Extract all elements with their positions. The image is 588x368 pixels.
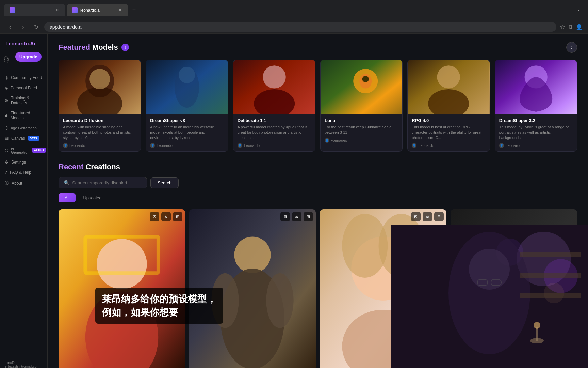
finetuned-icon: ◆	[5, 113, 8, 118]
featured-rest: Models	[90, 43, 118, 51]
search-input[interactable]	[72, 180, 142, 185]
filter-upscaled-button[interactable]: Upscaled	[77, 193, 108, 202]
subtitle-overlay: 莱昂纳多给你的预设模型， 例如，如果你想要	[95, 288, 223, 324]
tab-close-icon[interactable]: ✕	[54, 7, 60, 13]
sidebar-item-texture[interactable]: ◎ re Generation ALPHA	[0, 143, 47, 157]
svg-rect-52	[520, 293, 581, 298]
tab-inactive[interactable]: ✕	[4, 4, 65, 16]
profile-icon[interactable]: 👤	[576, 24, 583, 30]
beta-badge: BETA	[28, 136, 39, 141]
svg-point-47	[469, 249, 510, 290]
creation-action-2a[interactable]: ⊠	[280, 212, 290, 221]
author-icon: 👤	[325, 138, 329, 143]
sidebar-item-community[interactable]: ◎ Community Feed	[0, 73, 47, 83]
info-icon[interactable]: ⓘ	[4, 56, 9, 63]
subtitle-line2: 例如，如果你想要	[102, 306, 216, 319]
creation-action-3b[interactable]: ≋	[423, 212, 432, 221]
alpha-badge: ALPHA	[32, 148, 46, 153]
featured-accent: Featured	[59, 43, 90, 51]
tab-active[interactable]: leonardo.ai ✕	[67, 4, 128, 16]
model-card-deliberate[interactable]: Deliberate 1.1 A powerful model created …	[233, 60, 315, 152]
webcam-overlay	[391, 225, 588, 368]
texture-icon: ◎	[5, 148, 8, 153]
personal-icon: ◈	[5, 86, 8, 90]
nav-refresh-button[interactable]: ↻	[31, 22, 41, 32]
svg-point-8	[263, 65, 285, 88]
filter-all-button[interactable]: All	[59, 193, 76, 202]
featured-info-dot[interactable]: !	[121, 44, 129, 51]
about-icon: ⓘ	[5, 180, 9, 186]
models-grid: Leonardo Diffusion A model with incredib…	[59, 60, 577, 152]
model-desc: A model with incredible shading and cont…	[63, 125, 136, 140]
author-icon: 👤	[238, 143, 242, 148]
model-image-dreamshaper	[146, 60, 228, 114]
sidebar: Leonardo.Ai ⓘ Upgrade ◎ Community Feed ◈…	[0, 34, 48, 368]
model-desc: A powerful model created by XpucT that i…	[238, 125, 311, 140]
featured-title: Featured Models	[59, 43, 118, 52]
model-card-rpg[interactable]: RPG 4.0 This model is best at creating R…	[407, 60, 490, 152]
address-bar[interactable]: app.leonardo.ai	[44, 22, 556, 32]
author-name: Leonardo	[244, 143, 260, 148]
model-info-deliberate: Deliberate 1.1 A powerful model created …	[233, 114, 315, 151]
upgrade-button[interactable]: Upgrade	[15, 52, 42, 62]
tab-label-active: leonardo.ai	[80, 8, 114, 13]
model-card-dreamshaper32[interactable]: DreamShaper 3.2 This model by Lykon is g…	[495, 60, 577, 152]
upgrade-section: ⓘ Upgrade	[0, 52, 47, 71]
svg-point-6	[179, 67, 195, 83]
author-name: voimages	[331, 138, 347, 142]
sidebar-item-about[interactable]: ⓘ About	[0, 178, 47, 189]
model-card-dreamshaper[interactable]: DreamShaper v8 A new update to an incred…	[146, 60, 228, 152]
creation-action-2c[interactable]: ⊞	[304, 212, 313, 221]
sidebar-item-canvas[interactable]: ▦ Canvas BETA	[0, 133, 47, 143]
sidebar-item-training[interactable]: ⊕ Training & Datasets	[0, 93, 47, 108]
add-tab-button[interactable]: +	[129, 5, 139, 15]
creation-action-3a[interactable]: ⊠	[411, 212, 421, 221]
creation-action-1a[interactable]: ⊠	[150, 212, 159, 221]
address-text: app.leonardo.ai	[50, 24, 83, 30]
creation-overlay-2: ⊠ ≋ ⊞	[280, 212, 313, 221]
username: tonxD	[5, 361, 43, 365]
model-image-deliberate	[233, 60, 315, 114]
sidebar-items: ◎ Community Feed ◈ Personal Feed ⊕ Train…	[0, 71, 47, 190]
svg-rect-54	[536, 327, 538, 341]
model-card-luna[interactable]: Luna For the best result keep Guidance S…	[320, 60, 403, 152]
creation-action-2b[interactable]: ≋	[292, 212, 301, 221]
email: erbatastini@gmail.com	[5, 365, 43, 368]
search-button[interactable]: Search	[150, 177, 179, 188]
model-desc: This model is best at creating RPG chara…	[412, 125, 485, 140]
sidebar-item-label: age Generation	[11, 126, 37, 130]
featured-header: Featured Models ! ›	[59, 42, 577, 53]
creation-action-1c[interactable]: ⊞	[173, 212, 182, 221]
model-desc: For the best result keep Guidance Scale …	[325, 125, 398, 135]
recent-rest: Creations	[83, 163, 120, 171]
model-author: 👤 Leonardo	[499, 143, 573, 148]
community-icon: ◎	[5, 75, 8, 80]
bookmark-icon[interactable]: ☆	[560, 23, 565, 31]
scroll-right-button[interactable]: ›	[566, 42, 577, 53]
sidebar-item-finetuned[interactable]: ◆ Fine-tuned Models	[0, 108, 47, 123]
sidebar-item-label: About	[12, 181, 22, 186]
sidebar-item-settings[interactable]: ⚙ Settings	[0, 157, 47, 167]
nav-back-button[interactable]: ‹	[5, 22, 15, 32]
model-author: 👤 Leonardo	[238, 143, 311, 148]
sidebar-item-help[interactable]: ? FAQ & Help	[0, 167, 47, 178]
model-name: RPG 4.0	[412, 118, 485, 123]
model-author: 👤 voimages	[325, 138, 398, 143]
recent-title: Recent Creations	[59, 163, 120, 171]
model-card-leonardo[interactable]: Leonardo Diffusion A model with incredib…	[59, 60, 141, 152]
minimize-icon[interactable]: ⋯	[578, 6, 584, 14]
tab-close-active-icon[interactable]: ✕	[117, 7, 122, 13]
settings-icon: ⚙	[5, 160, 9, 165]
creation-action-3c[interactable]: ⊞	[434, 212, 444, 221]
sidebar-item-personal[interactable]: ◈ Personal Feed	[0, 83, 47, 93]
author-name: Leonardo	[418, 143, 434, 148]
search-input-wrap: 🔍	[59, 177, 147, 188]
sidebar-item-label: Settings	[11, 160, 26, 165]
search-row: 🔍 Search	[59, 177, 577, 188]
sidebar-item-image-gen[interactable]: ⬡ age Generation	[0, 123, 47, 133]
nav-forward-button[interactable]: ›	[18, 22, 28, 32]
creation-action-1b[interactable]: ≋	[161, 212, 171, 221]
model-name: Luna	[325, 118, 398, 123]
model-name: Leonardo Diffusion	[63, 118, 136, 123]
extensions-icon[interactable]: ⧉	[569, 24, 572, 30]
